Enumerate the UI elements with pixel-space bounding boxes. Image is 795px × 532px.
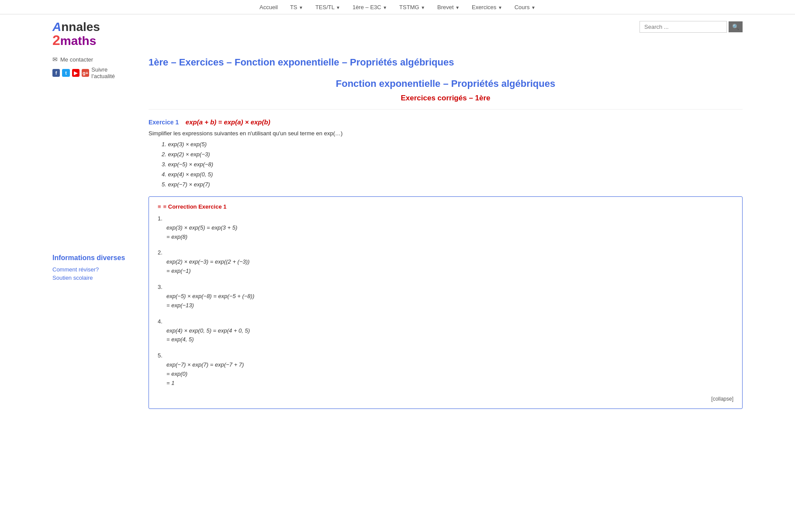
corr-line: = exp(−1)	[166, 267, 733, 276]
youtube-icon[interactable]: ▶	[72, 69, 80, 77]
main-layout: ✉ Me contacter f t ▶ g+ Suivre l'actuali…	[0, 51, 795, 426]
table-row: 1. exp(3) × exp(5) = exp(3 + 5) = exp(8)	[158, 215, 733, 242]
collapse-anchor[interactable]: [collapse]	[711, 396, 733, 402]
corr-line: exp(−5) × exp(−8) = exp(−5 + (−8))	[166, 292, 733, 301]
exercise1-instruction: Simplifier les expressions suivantes en …	[149, 130, 743, 137]
corr-num-5: 5.	[158, 352, 733, 359]
corr-line: = exp(0)	[166, 370, 733, 379]
corr-math-5: exp(−7) × exp(7) = exp(−7 + 7) = exp(0) …	[166, 360, 733, 388]
table-row: 5. exp(−7) × exp(7) = exp(−7 + 7) = exp(…	[158, 352, 733, 388]
list-item: 2. exp(2) × exp(−3)	[162, 151, 743, 158]
list-item: 1. exp(3) × exp(5)	[162, 141, 743, 148]
exercise1-formula: exp(a + b) = exp(a) × exp(b)	[186, 118, 270, 126]
exercise1-header: Exercice 1 exp(a + b) = exp(a) × exp(b)	[149, 118, 743, 126]
correction-header: ≡ ≡ Correction Exercice 1	[158, 203, 733, 210]
nav-accueil[interactable]: Accueil	[259, 4, 278, 10]
nav-tes-tl[interactable]: TES/TL ▼	[315, 4, 340, 10]
table-row: 4. exp(4) × exp(0, 5) = exp(4 + 0, 5) = …	[158, 318, 733, 345]
corr-num-2: 2.	[158, 249, 733, 256]
facebook-icon[interactable]: f	[52, 69, 60, 77]
exercices-arrow: ▼	[498, 5, 502, 10]
corr-num-1: 1.	[158, 215, 733, 222]
social-icons-row: f t ▶ g+ Suivre l'actualité	[52, 66, 131, 79]
list-item: 4. exp(4) × exp(0, 5)	[162, 171, 743, 178]
ts-arrow: ▼	[299, 5, 303, 10]
table-row: 3. exp(−5) × exp(−8) = exp(−5 + (−8)) = …	[158, 284, 733, 310]
nav-1ere-e3c[interactable]: 1ère – E3C ▼	[353, 4, 387, 10]
corr-line: exp(−7) × exp(7) = exp(−7 + 7)	[166, 360, 733, 370]
corr-line: exp(3) × exp(5) = exp(3 + 5)	[166, 223, 733, 233]
corr-line: = exp(4, 5)	[166, 335, 733, 344]
googleplus-icon[interactable]: g+	[82, 69, 89, 77]
search-button[interactable]: 🔍	[729, 21, 743, 32]
search-area: 🔍	[639, 21, 743, 33]
collapse-link[interactable]: [collapse]	[158, 396, 733, 402]
top-navigation: Accueil TS ▼ TES/TL ▼ 1ère – E3C ▼ TSTMG…	[0, 0, 795, 14]
correction-box: ≡ ≡ Correction Exercice 1 1. exp(3) × ex…	[149, 196, 743, 409]
1ere-arrow: ▼	[383, 5, 387, 10]
corr-line: = 1	[166, 379, 733, 388]
exercices-subtitle: Exercices corrigés – 1ère	[149, 94, 743, 103]
sidebar: ✉ Me contacter f t ▶ g+ Suivre l'actuali…	[44, 51, 140, 426]
logo-maths: maths	[60, 34, 96, 48]
section-title: Fonction exponentielle – Propriétés algé…	[149, 78, 743, 89]
nav-exercices[interactable]: Exercices ▼	[472, 4, 502, 10]
info-section: Informations diverses Comment réviser? S…	[52, 254, 131, 281]
table-row: 2. exp(2) × exp(−3) = exp((2 + (−3)) = e…	[158, 249, 733, 276]
info-title: Informations diverses	[52, 254, 131, 262]
nav-brevet[interactable]: Brevet ▼	[437, 4, 460, 10]
correction-toggle-icon[interactable]: ≡	[158, 203, 161, 210]
logo-two: 2	[52, 32, 60, 48]
logo: Annales 2maths	[52, 21, 100, 47]
list-item: 3. exp(−5) × exp(−8)	[162, 161, 743, 168]
corr-math-1: exp(3) × exp(5) = exp(3 + 5) = exp(8)	[166, 223, 733, 242]
corr-math-4: exp(4) × exp(0, 5) = exp(4 + 0, 5) = exp…	[166, 326, 733, 345]
brevet-arrow: ▼	[455, 5, 460, 10]
divider	[149, 109, 743, 110]
logo-a: A	[52, 20, 61, 34]
contact-link[interactable]: Me contacter	[60, 56, 93, 63]
corr-num-3: 3.	[158, 284, 733, 290]
nav-ts[interactable]: TS ▼	[290, 4, 303, 10]
contact-section: ✉ Me contacter	[52, 56, 131, 63]
twitter-icon[interactable]: t	[62, 69, 69, 77]
tstmg-arrow: ▼	[421, 5, 425, 10]
logo-annales: nnales	[61, 20, 100, 34]
info-link-reviser[interactable]: Comment réviser?	[52, 266, 131, 273]
corr-line: = exp(8)	[166, 233, 733, 242]
header-area: Annales 2maths 🔍	[0, 14, 795, 51]
correction-title: ≡ Correction Exercice 1	[163, 203, 227, 210]
logo-text: Annales 2maths	[52, 21, 100, 47]
nav-cours[interactable]: Cours ▼	[515, 4, 536, 10]
corr-line: = exp(−13)	[166, 301, 733, 310]
nav-tstmg[interactable]: TSTMG ▼	[399, 4, 425, 10]
corr-math-3: exp(−5) × exp(−8) = exp(−5 + (−8)) = exp…	[166, 292, 733, 310]
exercise1-items: 1. exp(3) × exp(5) 2. exp(2) × exp(−3) 3…	[162, 141, 743, 188]
page-title: 1ère – Exercices – Fonction exponentiell…	[149, 56, 743, 69]
search-input[interactable]	[639, 21, 727, 33]
testl-arrow: ▼	[336, 5, 340, 10]
follow-text: Suivre l'actualité	[91, 66, 131, 79]
corr-line: exp(2) × exp(−3) = exp((2 + (−3))	[166, 257, 733, 267]
cours-arrow: ▼	[531, 5, 536, 10]
corr-line: exp(4) × exp(0, 5) = exp(4 + 0, 5)	[166, 326, 733, 336]
exercise1-label: Exercice 1	[149, 119, 179, 126]
main-content: 1ère – Exercices – Fonction exponentiell…	[140, 51, 751, 426]
corr-num-4: 4.	[158, 318, 733, 325]
info-link-soutien[interactable]: Soutien scolaire	[52, 275, 131, 281]
corr-math-2: exp(2) × exp(−3) = exp((2 + (−3)) = exp(…	[166, 257, 733, 276]
email-icon: ✉	[52, 56, 58, 63]
list-item: 5. exp(−7) × exp(7)	[162, 181, 743, 188]
correction-items: 1. exp(3) × exp(5) = exp(3 + 5) = exp(8)…	[158, 215, 733, 388]
